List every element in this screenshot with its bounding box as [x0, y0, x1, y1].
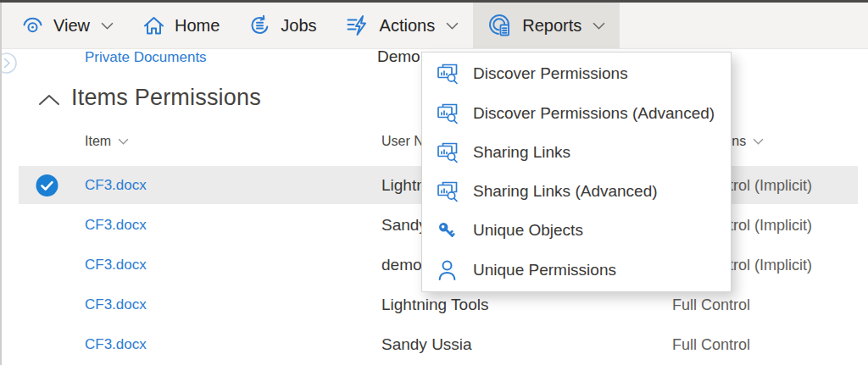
item-link[interactable]: CF3.docx [85, 336, 147, 352]
column-label: Item [85, 134, 111, 149]
menu-item-sharing-links[interactable]: Sharing Links [422, 133, 731, 172]
toolbar-button-view[interactable]: View [7, 3, 128, 48]
menu-item-label: Discover Permissions [473, 64, 628, 83]
item-link[interactable]: CF3.docx [85, 177, 147, 193]
toolbar-button-home[interactable]: Home [128, 3, 234, 48]
chevron-down-icon [593, 22, 605, 30]
section-title: Items Permissions [71, 85, 261, 111]
table-row[interactable]: CF3.docx Sandy Ussia Full Control [0, 324, 868, 364]
menu-item-unique-objects[interactable]: Unique Objects [422, 211, 731, 250]
permission-cell: Full Control [672, 296, 750, 313]
menu-item-discover-permissions[interactable]: Discover Permissions [422, 54, 731, 93]
toolbar-button-jobs[interactable]: Jobs [234, 3, 331, 48]
toolbar: View Home Jobs [0, 3, 868, 49]
expand-row-icon[interactable] [0, 52, 18, 78]
report-search-icon [435, 141, 459, 163]
app-window: View Home Jobs [0, 0, 868, 365]
menu-item-label: Sharing Links (Advanced) [473, 182, 658, 201]
user-name-cell: demo [381, 256, 422, 274]
report-search-icon [435, 102, 459, 124]
menu-item-sharing-links-advanced[interactable]: Sharing Links (Advanced) [422, 172, 731, 211]
column-header-item[interactable]: Item [85, 134, 129, 149]
menu-item-label: Sharing Links [473, 143, 570, 162]
toolbar-button-label: Actions [380, 16, 436, 36]
reports-dropdown-menu: Discover Permissions Discover Permission… [421, 52, 732, 292]
reports-icon [487, 14, 513, 37]
toolbar-button-label: Reports [522, 16, 581, 36]
menu-item-label: Unique Permissions [473, 261, 616, 279]
toolbar-button-label: Home [175, 16, 220, 36]
report-search-icon [435, 180, 459, 202]
jobs-icon [248, 14, 271, 36]
row-selected-check-icon[interactable] [36, 174, 58, 196]
toolbar-button-label: View [53, 16, 90, 36]
section-header: Items Permissions [38, 85, 261, 111]
menu-item-label: Unique Objects [473, 221, 583, 240]
report-search-icon [435, 63, 459, 85]
chevron-down-icon [101, 22, 114, 30]
view-icon [21, 14, 44, 36]
chevron-down-icon [118, 138, 129, 145]
menu-item-discover-permissions-advanced[interactable]: Discover Permissions (Advanced) [422, 94, 731, 133]
item-link[interactable]: CF3.docx [85, 257, 147, 273]
person-icon [435, 259, 459, 280]
toolbar-button-label: Jobs [281, 16, 316, 36]
item-link[interactable]: CF3.docx [85, 217, 147, 233]
previous-row-user-text: Demo [377, 47, 420, 66]
chevron-up-icon[interactable] [38, 94, 60, 106]
toolbar-button-reports[interactable]: Reports [473, 3, 620, 48]
home-icon [142, 14, 165, 36]
toolbar-button-actions[interactable]: Actions [331, 3, 474, 48]
item-link[interactable]: CF3.docx [85, 296, 147, 312]
actions-icon [346, 14, 370, 36]
user-name-cell: Lightning Tools [381, 296, 488, 314]
menu-item-label: Discover Permissions (Advanced) [473, 104, 715, 123]
menu-item-unique-permissions[interactable]: Unique Permissions [422, 251, 731, 290]
user-name-cell: Sandy Ussia [381, 335, 472, 354]
permission-cell: Full Control [672, 335, 750, 353]
key-icon [435, 220, 459, 241]
private-documents-link[interactable]: Private Documents [85, 49, 207, 66]
chevron-down-icon [753, 138, 764, 145]
chevron-down-icon [446, 22, 459, 30]
